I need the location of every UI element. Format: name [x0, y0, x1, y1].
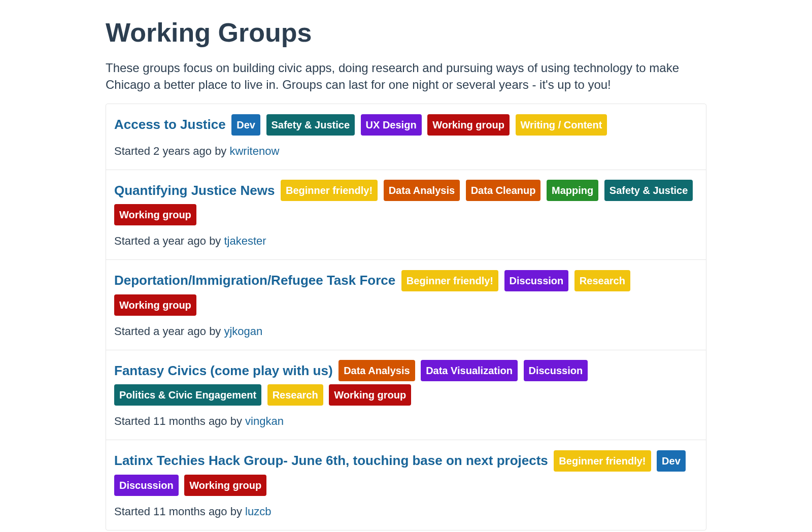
group-item: Fantasy Civics (come play with us) Data …: [106, 350, 706, 441]
tag[interactable]: Working group: [114, 294, 196, 316]
group-title-link[interactable]: Fantasy Civics (come play with us): [114, 363, 333, 378]
tag[interactable]: Working group: [329, 384, 411, 406]
page-title: Working Groups: [106, 14, 706, 51]
group-title-row: Deportation/Immigration/Refugee Task For…: [114, 269, 698, 319]
started-prefix: Started: [114, 145, 153, 157]
by-text: by: [206, 325, 224, 338]
tag[interactable]: Research: [267, 384, 323, 406]
started-time: 11 months ago: [153, 505, 227, 518]
tag[interactable]: Beginner friendly!: [401, 270, 498, 291]
groups-list: Access to Justice Dev Safety & Justice U…: [106, 104, 706, 530]
group-meta: Started 11 months ago by luzcb: [114, 504, 698, 520]
started-prefix: Started: [114, 235, 153, 247]
tag[interactable]: Working group: [114, 204, 196, 225]
author-link[interactable]: kwritenow: [229, 145, 279, 157]
by-text: by: [212, 145, 229, 157]
group-title-link[interactable]: Access to Justice: [114, 117, 226, 132]
group-title-row: Latinx Techies Hack Group- June 6th, tou…: [114, 449, 698, 499]
group-meta: Started a year ago by yjkogan: [114, 324, 698, 340]
by-text: by: [227, 505, 245, 518]
group-title-link[interactable]: Quantifying Justice News: [114, 183, 275, 198]
group-title-link[interactable]: Deportation/Immigration/Refugee Task For…: [114, 273, 395, 288]
group-title-row: Access to Justice Dev Safety & Justice U…: [114, 113, 698, 139]
group-item: Latinx Techies Hack Group- June 6th, tou…: [106, 440, 706, 530]
started-time: a year ago: [153, 235, 206, 247]
tag[interactable]: Data Visualization: [421, 360, 518, 381]
group-item: Quantifying Justice News Beginner friend…: [106, 170, 706, 260]
tag[interactable]: Dev: [231, 114, 260, 136]
tag[interactable]: Beginner friendly!: [554, 450, 651, 472]
tag[interactable]: Safety & Justice: [604, 180, 693, 201]
author-link[interactable]: yjkogan: [224, 325, 262, 338]
author-link[interactable]: luzcb: [245, 505, 271, 518]
tag[interactable]: Data Analysis: [339, 360, 415, 381]
tag[interactable]: Discussion: [524, 360, 588, 381]
tag[interactable]: Safety & Justice: [266, 114, 355, 136]
tag[interactable]: Discussion: [504, 270, 569, 291]
group-meta: Started 11 months ago by vingkan: [114, 414, 698, 429]
started-prefix: Started: [114, 325, 153, 338]
group-title-row: Fantasy Civics (come play with us) Data …: [114, 359, 698, 409]
started-prefix: Started: [114, 415, 153, 427]
group-meta: Started a year ago by tjakester: [114, 234, 698, 249]
tag[interactable]: UX Design: [361, 114, 422, 136]
tag[interactable]: Data Cleanup: [466, 180, 541, 201]
group-item: Access to Justice Dev Safety & Justice U…: [106, 104, 706, 170]
tag[interactable]: Working group: [427, 114, 510, 136]
group-item: Deportation/Immigration/Refugee Task For…: [106, 260, 706, 350]
tag[interactable]: Writing / Content: [516, 114, 607, 136]
group-meta: Started 2 years ago by kwritenow: [114, 144, 698, 159]
by-text: by: [206, 235, 224, 247]
tag[interactable]: Beginner friendly!: [281, 180, 378, 201]
tag[interactable]: Mapping: [547, 180, 598, 201]
group-title-row: Quantifying Justice News Beginner friend…: [114, 179, 698, 229]
tag[interactable]: Discussion: [114, 475, 179, 496]
author-link[interactable]: vingkan: [245, 415, 284, 427]
started-time: 2 years ago: [153, 145, 212, 157]
group-title-link[interactable]: Latinx Techies Hack Group- June 6th, tou…: [114, 453, 548, 468]
by-text: by: [227, 415, 245, 427]
tag[interactable]: Data Analysis: [384, 180, 460, 201]
page-container: Working Groups These groups focus on bui…: [81, 0, 731, 532]
started-time: 11 months ago: [153, 415, 227, 427]
tag[interactable]: Working group: [184, 475, 266, 496]
author-link[interactable]: tjakester: [224, 235, 266, 247]
tag[interactable]: Research: [574, 270, 630, 291]
tag[interactable]: Politics & Civic Engagement: [114, 384, 261, 406]
started-time: a year ago: [153, 325, 206, 338]
page-intro: These groups focus on building civic app…: [106, 59, 706, 93]
tag[interactable]: Dev: [657, 450, 686, 472]
started-prefix: Started: [114, 505, 153, 518]
